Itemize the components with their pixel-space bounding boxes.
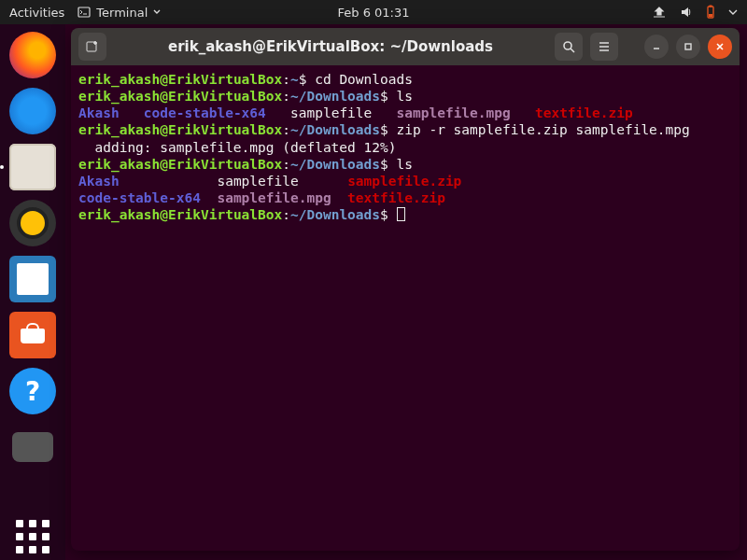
apps-grid-icon xyxy=(14,518,51,555)
maximize-icon xyxy=(683,41,694,52)
ls-dir: Akash xyxy=(78,105,120,120)
minimize-button[interactable] xyxy=(644,35,669,59)
dock-thunderbird[interactable] xyxy=(9,88,56,134)
prompt-path: ~ xyxy=(290,72,299,87)
dock-rhythmbox[interactable] xyxy=(9,200,56,246)
search-icon xyxy=(561,39,576,54)
activities-button[interactable]: Activities xyxy=(9,6,64,20)
topbar-left: Activities Terminal xyxy=(9,6,161,20)
window-title: erik_akash@ErikVirtualBox: ~/Downloads xyxy=(114,38,547,55)
ls-dir: code-stable-x64 xyxy=(78,190,201,205)
dock-libreoffice-writer[interactable] xyxy=(9,256,56,302)
cmd-zip: zip -r samplefile.zip samplefile.mpg xyxy=(388,122,690,137)
ls-dir: Akash xyxy=(78,174,120,189)
new-tab-icon xyxy=(85,39,100,54)
dock-help[interactable]: ? xyxy=(9,368,56,414)
ls-zip: textfile.zip xyxy=(535,105,633,120)
prompt-host: ErikVirtualBox xyxy=(168,72,282,87)
minimize-icon xyxy=(651,41,662,52)
close-icon xyxy=(714,41,726,52)
chevron-down-icon xyxy=(153,8,161,16)
window-titlebar: erik_akash@ErikVirtualBox: ~/Downloads xyxy=(71,28,740,65)
terminal-app-menu[interactable]: Terminal xyxy=(78,6,161,20)
svg-rect-0 xyxy=(78,7,90,17)
ls-zip: textfile.zip xyxy=(347,190,445,205)
dock-trash[interactable] xyxy=(9,424,56,470)
new-tab-button[interactable] xyxy=(78,33,106,61)
dock-files[interactable] xyxy=(9,144,56,190)
ls-media: samplefile.mpg xyxy=(397,105,511,120)
dock-firefox[interactable] xyxy=(9,32,56,78)
ls-file: samplefile xyxy=(217,174,298,189)
ls-zip: samplefile.zip xyxy=(347,174,461,189)
cmd-cd: cd Downloads xyxy=(306,72,413,87)
svg-rect-6 xyxy=(685,44,691,49)
svg-rect-2 xyxy=(710,6,712,7)
network-icon[interactable] xyxy=(652,6,667,19)
svg-point-5 xyxy=(564,42,571,49)
topbar-datetime[interactable]: Feb 6 01:31 xyxy=(337,6,409,20)
terminal-cursor xyxy=(397,207,405,221)
search-button[interactable] xyxy=(555,33,583,61)
terminal-window: erik_akash@ErikVirtualBox: ~/Downloads e… xyxy=(71,28,740,551)
dock-show-applications[interactable] xyxy=(9,513,56,560)
gnome-topbar: Activities Terminal Feb 6 01:31 xyxy=(0,0,747,24)
system-menu-icon[interactable] xyxy=(728,8,738,16)
ls-dir: code-stable-x64 xyxy=(144,105,266,120)
terminal-body[interactable]: erik_akash@ErikVirtualBox:~$ cd Download… xyxy=(71,65,740,229)
battery-icon[interactable] xyxy=(706,5,715,20)
ls-file: samplefile xyxy=(290,105,372,120)
topbar-right xyxy=(652,5,738,20)
hamburger-icon xyxy=(597,39,612,54)
svg-rect-3 xyxy=(709,14,712,17)
prompt-user: erik_akash xyxy=(78,72,160,87)
terminal-menu-label: Terminal xyxy=(96,6,148,20)
ls-media: samplefile.mpg xyxy=(217,190,331,205)
dock-ubuntu-software[interactable] xyxy=(9,312,56,358)
terminal-icon xyxy=(78,6,91,19)
ubuntu-dock: ? xyxy=(0,24,65,560)
maximize-button[interactable] xyxy=(676,35,700,59)
cmd-ls2: ls xyxy=(388,157,413,172)
close-button[interactable] xyxy=(708,35,732,59)
zip-output: adding: samplefile.mpg (deflated 12%) xyxy=(78,140,396,155)
cmd-ls1: ls xyxy=(388,89,413,104)
volume-icon[interactable] xyxy=(680,6,693,19)
hamburger-menu-button[interactable] xyxy=(590,33,618,61)
